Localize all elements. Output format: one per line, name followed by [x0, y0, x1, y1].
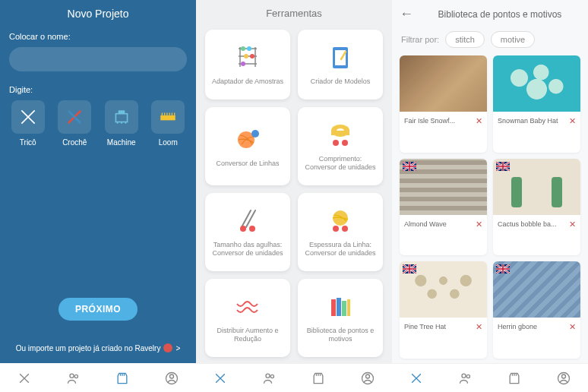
- tool-yarn-weight-converter[interactable]: Espessura da Linha: Conversor de unidade…: [298, 193, 383, 271]
- svg-point-4: [74, 375, 77, 378]
- svg-point-20: [342, 140, 348, 146]
- panel1-title: Novo Projeto: [0, 0, 196, 32]
- nav-tools[interactable]: [196, 364, 245, 392]
- tool-needle-size-converter[interactable]: Tamanho das agulhas: Conversor de unidad…: [205, 193, 290, 271]
- bottom-nav: [0, 363, 196, 392]
- knitting-row-icon: [232, 292, 263, 322]
- ravelry-icon: [163, 343, 172, 352]
- nav-community[interactable]: [441, 364, 491, 392]
- import-line[interactable]: Ou importe um projeto já criado no Ravel…: [9, 343, 187, 363]
- svg-point-3: [70, 374, 74, 378]
- nav-profile[interactable]: [343, 364, 393, 392]
- svg-point-11: [241, 62, 245, 66]
- panel2-title: Ferramentas: [196, 0, 392, 27]
- needles-icon: [232, 206, 263, 236]
- nav-projects[interactable]: [294, 364, 343, 392]
- nav-community[interactable]: [49, 364, 99, 392]
- svg-rect-0: [115, 114, 127, 122]
- svg-point-41: [561, 375, 565, 378]
- svg-point-39: [466, 375, 469, 378]
- library-item[interactable]: Cactus bobble ba...✕: [493, 159, 580, 256]
- thumbnail: [493, 159, 580, 215]
- craft-row: Tricô Crochê Machine Loom: [9, 100, 187, 147]
- library-item[interactable]: Almond Wave✕: [400, 159, 487, 256]
- tape-measure-icon: [325, 120, 356, 150]
- svg-point-24: [333, 226, 339, 232]
- bottom-nav: [392, 363, 588, 392]
- tool-yarn-converter[interactable]: Conversor de Linhas: [205, 107, 290, 185]
- chip-motive[interactable]: motive: [491, 31, 535, 48]
- knit-icon: ✕: [476, 220, 482, 229]
- knit-icon: ✕: [569, 322, 576, 332]
- tool-length-converter[interactable]: Comprimento: Conversor de unidades: [298, 107, 383, 185]
- svg-point-21: [240, 226, 246, 232]
- svg-point-10: [250, 54, 254, 58]
- knit-icon: ✕: [569, 220, 576, 229]
- abacus-icon: [232, 43, 263, 73]
- machine-icon: [105, 100, 138, 134]
- library-panel: ← Biblioteca de pontos e motivos Filtrar…: [392, 0, 588, 392]
- new-project-panel: Novo Projeto Colocar o nome: Digite: Tri…: [0, 0, 196, 392]
- svg-rect-27: [337, 298, 341, 316]
- thumbnail: [493, 55, 580, 112]
- tool-gauge-adapter[interactable]: Adaptador de Amostras: [205, 30, 290, 100]
- svg-point-30: [266, 374, 270, 378]
- nav-profile[interactable]: [147, 364, 197, 392]
- knit-icon: ✕: [476, 322, 482, 332]
- nav-community[interactable]: [245, 364, 295, 392]
- filter-label: Filtrar por:: [401, 35, 439, 44]
- tools-panel: Ferramentas Adaptador de Amostras Criado…: [196, 0, 392, 392]
- svg-point-6: [169, 375, 173, 378]
- next-button[interactable]: PRÓXIMO: [58, 298, 138, 321]
- library-item[interactable]: Herrin gbone✕: [493, 261, 580, 359]
- back-button[interactable]: ←: [400, 6, 413, 22]
- project-name-input[interactable]: [9, 47, 187, 71]
- svg-point-7: [241, 46, 245, 51]
- svg-point-31: [270, 375, 273, 378]
- loom-icon: [151, 100, 185, 134]
- tool-distribute-stitches[interactable]: Distribuir Aumento e Redução: [205, 279, 290, 357]
- thumbnail: [400, 261, 487, 318]
- knit-icon: ✕: [476, 116, 482, 126]
- nav-tools[interactable]: [392, 364, 441, 392]
- thumbnail: [493, 261, 580, 318]
- library-item[interactable]: Pine Tree Hat✕: [400, 261, 487, 359]
- svg-rect-13: [335, 50, 346, 65]
- svg-rect-2: [161, 115, 176, 121]
- svg-point-22: [249, 226, 255, 232]
- panel3-title: Biblioteca de pontos e motivos: [419, 9, 580, 20]
- knit-icon: ✕: [569, 116, 576, 126]
- library-item[interactable]: Snowman Baby Hat✕: [493, 55, 580, 153]
- craft-loom[interactable]: Loom: [150, 100, 188, 147]
- svg-point-9: [244, 54, 248, 58]
- thumbnail: [400, 55, 487, 112]
- library-item[interactable]: Fair Isle Snowf...✕: [400, 55, 487, 153]
- nav-profile[interactable]: [539, 364, 589, 392]
- craft-machine[interactable]: Machine: [103, 100, 141, 147]
- tool-pattern-creator[interactable]: Criador de Modelos: [298, 30, 383, 100]
- svg-rect-26: [331, 299, 336, 316]
- craft-crochet[interactable]: Crochê: [56, 100, 94, 147]
- crochet-icon: [58, 100, 91, 134]
- yarn-ball-icon: [232, 125, 263, 155]
- clipboard-icon: [325, 43, 356, 73]
- tool-stitch-library[interactable]: Biblioteca de pontos e motivos: [298, 279, 383, 357]
- filter-row: Filtrar por: stitch motive: [392, 28, 588, 55]
- svg-point-19: [333, 140, 339, 146]
- nav-tools[interactable]: [0, 364, 49, 392]
- nav-projects[interactable]: [98, 364, 147, 392]
- svg-point-8: [247, 46, 251, 51]
- nav-projects[interactable]: [490, 364, 539, 392]
- svg-point-15: [251, 130, 259, 138]
- svg-rect-29: [347, 299, 350, 316]
- svg-point-25: [342, 226, 348, 232]
- chip-stitch[interactable]: stitch: [445, 31, 485, 48]
- type-label: Digite:: [9, 85, 187, 94]
- craft-knit[interactable]: Tricô: [9, 100, 47, 147]
- svg-rect-1: [118, 110, 125, 113]
- svg-point-33: [365, 375, 369, 378]
- bottom-nav: [196, 363, 392, 392]
- svg-rect-18: [331, 131, 349, 135]
- yarn-weight-icon: [325, 206, 356, 236]
- svg-rect-28: [342, 301, 346, 316]
